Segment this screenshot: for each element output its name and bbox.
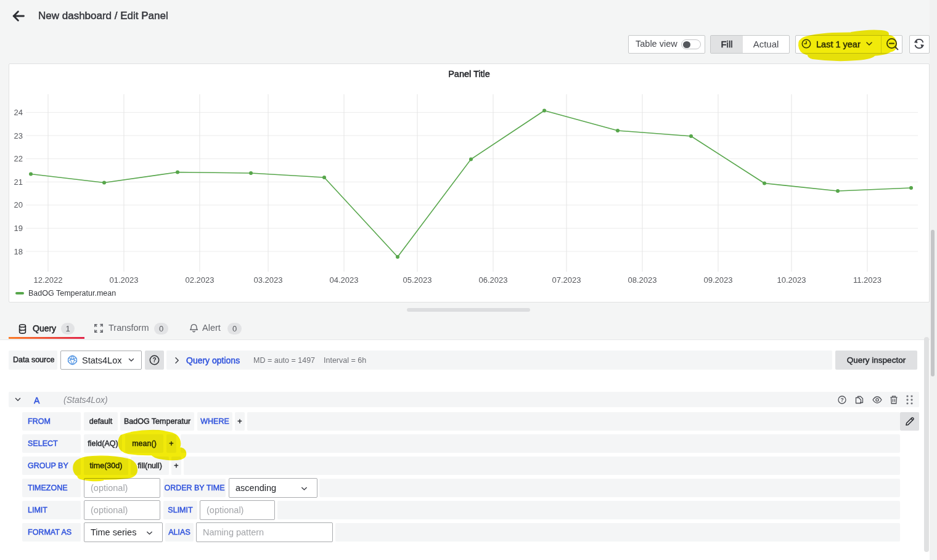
svg-text:24: 24 [14, 108, 23, 117]
svg-text:01.2023: 01.2023 [109, 275, 138, 285]
svg-text:03.2023: 03.2023 [254, 275, 283, 285]
svg-text:22: 22 [14, 154, 23, 163]
svg-text:19: 19 [14, 224, 23, 233]
svg-text:04.2023: 04.2023 [330, 275, 359, 285]
svg-text:21: 21 [14, 177, 23, 187]
svg-text:23: 23 [14, 131, 23, 140]
svg-text:11.2023: 11.2023 [853, 275, 882, 285]
svg-text:08.2023: 08.2023 [628, 275, 657, 285]
svg-text:10.2023: 10.2023 [777, 275, 806, 285]
svg-text:09.2023: 09.2023 [703, 275, 732, 285]
svg-text:12.2022: 12.2022 [34, 275, 63, 285]
svg-text:?: ? [152, 357, 156, 363]
svg-text:18: 18 [14, 247, 23, 256]
svg-text:02.2023: 02.2023 [185, 275, 214, 285]
svg-text:05.2023: 05.2023 [403, 275, 432, 285]
svg-text:20: 20 [14, 200, 23, 209]
svg-text:?: ? [840, 397, 843, 403]
svg-text:06.2023: 06.2023 [478, 275, 507, 285]
svg-text:07.2023: 07.2023 [552, 275, 581, 285]
